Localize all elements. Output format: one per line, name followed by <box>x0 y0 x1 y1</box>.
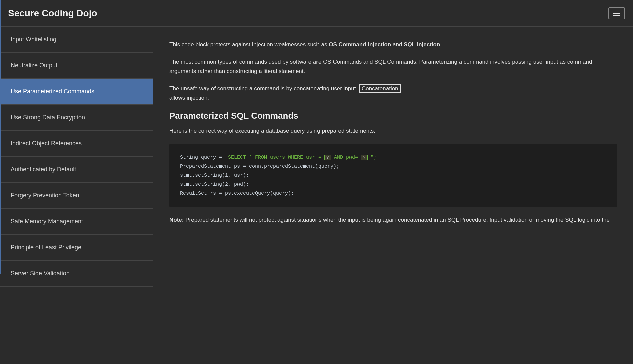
code-block: String query = "SELECT * FROM users WHER… <box>169 144 617 207</box>
allows-injection: allows injection <box>169 95 207 101</box>
sidebar-item-neutralize-output[interactable]: Neutralize Output <box>0 53 153 79</box>
code-string-start: "SELECT * FROM users WHERE usr = <box>225 155 321 160</box>
sidebar-item-principle-of-least-privilege[interactable]: Principle of Least Privilege <box>0 235 153 261</box>
concatenation-highlight: Concatenation <box>359 84 401 93</box>
hamburger-line1 <box>613 11 620 11</box>
note-paragraph: Note: Prepared statements will not prote… <box>169 215 617 225</box>
intro-text-middle: and <box>391 41 404 48</box>
app-header: Secure Coding Dojo <box>0 0 633 27</box>
code-string-mid: AND pwd= <box>334 155 358 160</box>
app-title: Secure Coding Dojo <box>8 8 97 19</box>
code-line1: String query = "SELECT * FROM users WHER… <box>180 153 606 162</box>
content-area: This code block protects against Injecti… <box>153 27 633 364</box>
code-placeholder1: ? <box>324 155 331 160</box>
here-is: Here is the correct way of executing a d… <box>169 126 617 136</box>
sidebar-label: Input Whitelisting <box>11 36 56 43</box>
sidebar-item-safe-memory-management[interactable]: Safe Memory Management <box>0 209 153 235</box>
sidebar-label: Principle of Least Privilege <box>11 244 81 251</box>
code-line3: stmt.setString(1, usr); <box>180 171 606 180</box>
sidebar-item-authenticated-by-default[interactable]: Authenticated by Default <box>0 157 153 183</box>
para2: The unsafe way of constructing a command… <box>169 84 617 103</box>
sidebar-item-forgery-prevention-token[interactable]: Forgery Prevention Token <box>0 183 153 209</box>
main-layout: Input Whitelisting Neutralize Output Use… <box>0 27 633 364</box>
menu-button[interactable] <box>608 7 625 19</box>
hamburger-line3 <box>613 15 620 16</box>
code-placeholder2: ? <box>361 155 368 160</box>
code-space: query = <box>201 155 225 160</box>
intro-paragraph: This code block protects against Injecti… <box>169 40 617 49</box>
note-bold: Note: <box>169 217 184 223</box>
para1: The most common types of commands used b… <box>169 57 617 76</box>
sidebar: Input Whitelisting Neutralize Output Use… <box>0 27 153 364</box>
sidebar-label: Use Parameterized Commands <box>11 88 94 95</box>
para2-before: The unsafe way of constructing a command… <box>169 85 357 92</box>
intro-bold2: SQL Injection <box>404 41 440 48</box>
sidebar-label: Neutralize Output <box>11 62 57 69</box>
note-text: Prepared statements will not protect aga… <box>184 217 609 223</box>
sidebar-item-indirect-object-references[interactable]: Indirect Object References <box>0 131 153 157</box>
code-type: String <box>180 155 198 160</box>
sidebar-label: Indirect Object References <box>11 140 82 147</box>
intro-text-before-bold: This code block protects against Injecti… <box>169 41 329 48</box>
hamburger-line2 <box>613 13 620 14</box>
code-line4: stmt.setString(2, pwd); <box>180 180 606 189</box>
section-heading: Parameterized SQL Commands <box>169 111 617 121</box>
code-line5: ResultSet rs = ps.executeQuery(query); <box>180 189 606 198</box>
code-line2: PreparedStatement ps = conn.preparedStat… <box>180 162 606 171</box>
sidebar-item-input-whitelisting[interactable]: Input Whitelisting <box>0 27 153 53</box>
sidebar-label: Authenticated by Default <box>11 166 76 173</box>
sidebar-label: Safe Memory Management <box>11 218 83 225</box>
sidebar-label: Server Side Validation <box>11 270 70 277</box>
sidebar-item-use-parameterized-commands[interactable]: Use Parameterized Commands <box>0 79 153 105</box>
intro-bold1: OS Command Injection <box>329 41 391 48</box>
sidebar-label: Forgery Prevention Token <box>11 192 79 199</box>
code-string-end: "; <box>371 155 377 160</box>
sidebar-label: Use Strong Data Encryption <box>11 114 85 121</box>
sidebar-item-server-side-validation[interactable]: Server Side Validation <box>0 261 153 287</box>
sidebar-item-use-strong-data-encryption[interactable]: Use Strong Data Encryption <box>0 105 153 131</box>
